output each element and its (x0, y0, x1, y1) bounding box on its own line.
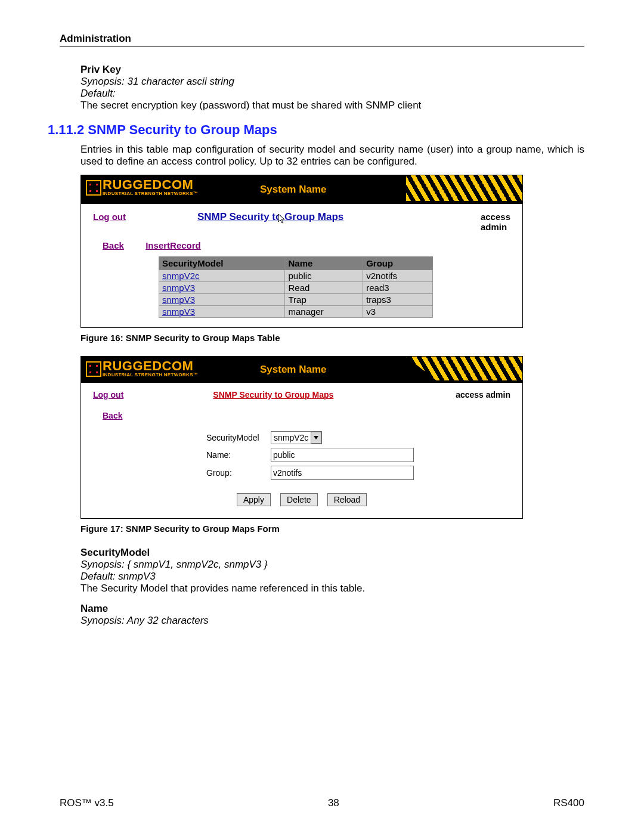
chevron-down-icon[interactable] (311, 432, 321, 444)
table-row: snmpV3 Read read3 (159, 282, 433, 294)
priv-key-desc: The secret encryption key (password) tha… (80, 100, 584, 112)
label-security-model: SecurityModel (206, 433, 269, 442)
brand-logo-icon (86, 361, 101, 377)
table-row: snmpV3 manager v3 (159, 306, 433, 318)
row-group: read3 (363, 282, 433, 294)
name-heading: Name (80, 603, 584, 615)
apply-button[interactable]: Apply (237, 493, 271, 506)
figure16-caption: Figure 16: SNMP Security to Group Maps T… (80, 333, 584, 343)
access-info: access admin (481, 212, 510, 232)
row-model-link[interactable]: snmpV2c (162, 271, 200, 281)
screenshot-page-title[interactable]: SNMP Security to Group Maps (197, 211, 343, 223)
row-name: Read (285, 282, 363, 294)
security-model-select[interactable]: snmpV2c (271, 431, 322, 444)
access-info: access admin (456, 390, 510, 400)
logout-link[interactable]: Log out (93, 212, 126, 222)
access-line1: access (481, 212, 510, 222)
back-link[interactable]: Back (103, 240, 124, 250)
table-row: snmpV2c public v2notifs (159, 270, 433, 282)
row-name: Trap (285, 294, 363, 306)
table-row: snmpV3 Trap traps3 (159, 294, 433, 306)
screenshot-page-title[interactable]: SNMP Security to Group Maps (213, 390, 333, 400)
screenshot-form: RUGGEDCOM INDUSTRIAL STRENGTH NETWORKS™ … (80, 356, 523, 519)
label-name: Name: (206, 450, 269, 460)
row-name: manager (285, 306, 363, 318)
priv-key-default: Default: (80, 88, 584, 100)
system-name: System Name (260, 184, 327, 196)
back-link[interactable]: Back (103, 411, 122, 420)
row-model-link[interactable]: snmpV3 (162, 283, 195, 293)
cursor-icon (278, 213, 286, 226)
col-name: Name (285, 257, 363, 270)
name-input[interactable] (271, 448, 414, 462)
access-line2: admin (481, 222, 507, 232)
security-model-value: snmpV2c (274, 433, 308, 442)
footer-right: RS400 (553, 797, 584, 809)
security-model-default: Default: snmpV3 (80, 571, 584, 583)
row-group: v2notifs (363, 270, 433, 282)
row-group: v3 (363, 306, 433, 318)
row-group: traps3 (363, 294, 433, 306)
logout-link[interactable]: Log out (93, 390, 123, 400)
footer-page-number: 38 (328, 797, 339, 809)
row-model-link[interactable]: snmpV3 (162, 306, 195, 317)
security-model-synopsis: Synopsis: { snmpV1, snmpV2c, snmpV3 } (80, 559, 584, 571)
hazard-stripes (406, 175, 522, 201)
row-model-link[interactable]: snmpV3 (162, 295, 195, 305)
figure17-caption: Figure 17: SNMP Security to Group Maps F… (80, 524, 584, 534)
label-group: Group: (206, 468, 269, 478)
insert-record-link[interactable]: InsertRecord (145, 240, 201, 250)
reload-button[interactable]: Reload (327, 493, 367, 506)
col-group: Group (363, 257, 433, 270)
col-security-model: SecurityModel (159, 257, 285, 270)
system-name: System Name (260, 364, 327, 376)
row-name: public (285, 270, 363, 282)
brand-logo-icon (86, 180, 101, 196)
section-heading: 1.11.2 SNMP Security to Group Maps (48, 122, 584, 138)
footer-left: ROS™ v3.5 (60, 797, 114, 809)
priv-key-synopsis: Synopsis: 31 character ascii string (80, 76, 584, 88)
group-input[interactable] (271, 466, 414, 480)
name-synopsis: Synopsis: Any 32 characters (80, 615, 584, 627)
snmp-groups-table: SecurityModel Name Group snmpV2c public … (159, 256, 433, 318)
security-model-desc: The Security Model that provides name re… (80, 583, 584, 594)
delete-button[interactable]: Delete (280, 493, 317, 506)
screenshot-table: RUGGEDCOM INDUSTRIAL STRENGTH NETWORKS™ … (80, 175, 523, 328)
section-para: Entries in this table map configuration … (80, 144, 584, 168)
chapter-heading: Administration (60, 33, 584, 47)
priv-key-heading: Priv Key (80, 64, 584, 76)
security-model-heading: SecurityModel (80, 547, 584, 559)
